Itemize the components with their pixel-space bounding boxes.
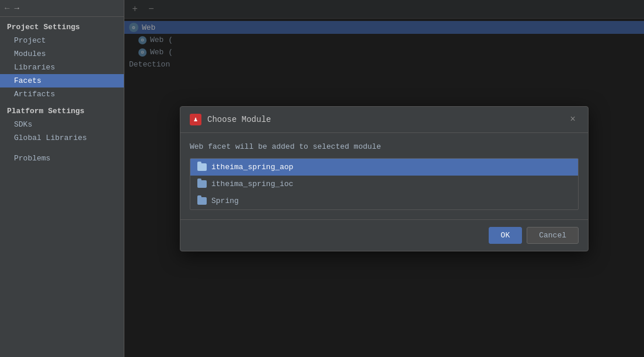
folder-icon-ioc — [197, 180, 207, 188]
sidebar: ← → Project Settings Project Modules Lib… — [0, 0, 124, 357]
module-item-spring[interactable]: Spring — [190, 192, 578, 209]
module-list: itheima_spring_aop itheima_spring_ioc Sp… — [190, 158, 579, 210]
main-layout: ← → Project Settings Project Modules Lib… — [0, 0, 644, 357]
sidebar-item-project[interactable]: Project — [0, 34, 124, 47]
sidebar-item-libraries[interactable]: Libraries — [0, 61, 124, 74]
modal-header: ♟ Choose Module × — [180, 107, 588, 133]
project-settings-title: Project Settings — [0, 17, 124, 34]
cancel-button[interactable]: Cancel — [527, 227, 579, 244]
choose-module-dialog: ♟ Choose Module × Web facet will be adde… — [180, 106, 589, 251]
folder-icon-spring — [197, 197, 207, 205]
modal-close-button[interactable]: × — [567, 114, 579, 125]
sidebar-item-facets[interactable]: Facets — [0, 74, 124, 88]
modal-body: Web facet will be added to selected modu… — [180, 133, 588, 219]
sidebar-item-modules[interactable]: Modules — [0, 47, 124, 61]
sidebar-nav: ← → — [0, 0, 124, 17]
modal-overlay: ♟ Choose Module × Web facet will be adde… — [124, 0, 644, 357]
sidebar-item-artifacts[interactable]: Artifacts — [0, 88, 124, 101]
module-item-aop-label: itheima_spring_aop — [211, 163, 293, 172]
sidebar-item-problems[interactable]: Problems — [0, 152, 124, 165]
modal-footer: OK Cancel — [180, 219, 588, 251]
module-item-ioc[interactable]: itheima_spring_ioc — [190, 176, 578, 192]
module-item-spring-label: Spring — [211, 197, 239, 205]
platform-settings-title: Platform Settings — [0, 101, 124, 118]
nav-forward-button[interactable]: → — [14, 4, 19, 13]
module-item-aop[interactable]: itheima_spring_aop — [190, 159, 578, 176]
modal-description: Web facet will be added to selected modu… — [190, 142, 579, 151]
modal-title: Choose Module — [207, 115, 271, 124]
sidebar-item-sdks[interactable]: SDKs — [0, 118, 124, 131]
content-area: + − ⚙ Web ⚙ Web ( ⚙ Web ( Detection — [124, 0, 644, 357]
modal-title-area: ♟ Choose Module — [190, 114, 271, 125]
module-item-ioc-label: itheima_spring_ioc — [211, 180, 293, 188]
nav-back-button[interactable]: ← — [5, 4, 9, 13]
ok-button[interactable]: OK — [489, 227, 523, 244]
folder-icon-aop — [197, 163, 207, 171]
sidebar-item-global-libraries[interactable]: Global Libraries — [0, 131, 124, 145]
modal-app-icon: ♟ — [190, 114, 201, 125]
